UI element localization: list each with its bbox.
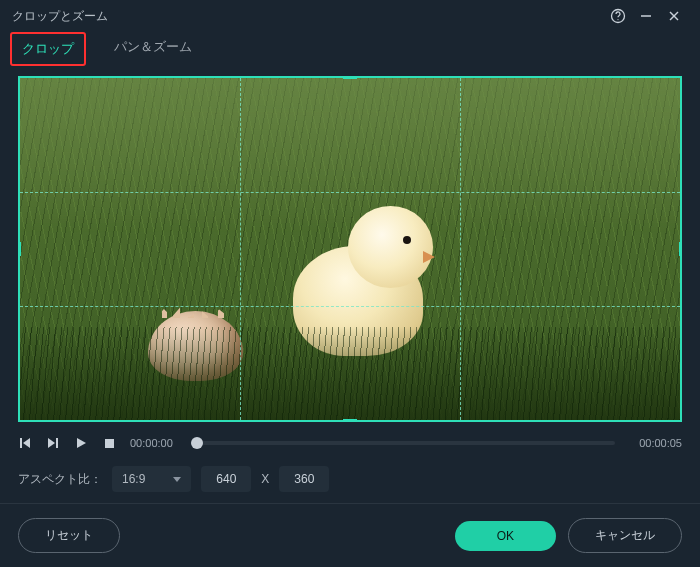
svg-rect-10 xyxy=(105,439,114,448)
timeline-slider[interactable] xyxy=(197,441,615,445)
play-icon[interactable] xyxy=(74,436,88,450)
preview-image xyxy=(18,76,682,422)
tab-panzoom[interactable]: パン＆ズーム xyxy=(104,32,202,66)
tab-crop[interactable]: クロップ xyxy=(10,32,86,66)
height-input[interactable]: 360 xyxy=(279,466,329,492)
titlebar: クロップとズーム xyxy=(0,0,700,32)
reset-button[interactable]: リセット xyxy=(18,518,120,553)
svg-marker-7 xyxy=(48,438,55,448)
duration: 00:00:05 xyxy=(639,437,682,449)
prev-frame-icon[interactable] xyxy=(18,436,32,450)
width-input[interactable]: 640 xyxy=(201,466,251,492)
ok-button[interactable]: OK xyxy=(455,521,556,551)
aspect-label: アスペクト比： xyxy=(18,471,102,488)
next-frame-icon[interactable] xyxy=(46,436,60,450)
preview-area xyxy=(18,76,682,422)
current-time: 00:00:00 xyxy=(130,437,173,449)
aspect-controls: アスペクト比： 16:9 640 X 360 xyxy=(18,466,682,492)
help-icon[interactable] xyxy=(604,2,632,30)
chevron-down-icon xyxy=(173,477,181,482)
svg-rect-5 xyxy=(20,438,22,448)
aspect-ratio-value: 16:9 xyxy=(122,472,145,486)
aspect-ratio-select[interactable]: 16:9 xyxy=(112,466,191,492)
playback-bar: 00:00:00 00:00:05 xyxy=(18,436,682,450)
svg-rect-8 xyxy=(56,438,58,448)
close-icon[interactable] xyxy=(660,2,688,30)
playhead[interactable] xyxy=(191,437,203,449)
window-title: クロップとズーム xyxy=(12,8,604,25)
svg-marker-6 xyxy=(23,438,30,448)
tab-bar: クロップ パン＆ズーム xyxy=(0,32,700,76)
minimize-icon[interactable] xyxy=(632,2,660,30)
svg-point-1 xyxy=(617,19,618,20)
footer: リセット OK キャンセル xyxy=(0,503,700,567)
cancel-button[interactable]: キャンセル xyxy=(568,518,682,553)
svg-marker-9 xyxy=(77,438,86,448)
video-preview[interactable] xyxy=(18,76,682,422)
dimension-separator: X xyxy=(261,472,269,486)
stop-icon[interactable] xyxy=(102,436,116,450)
